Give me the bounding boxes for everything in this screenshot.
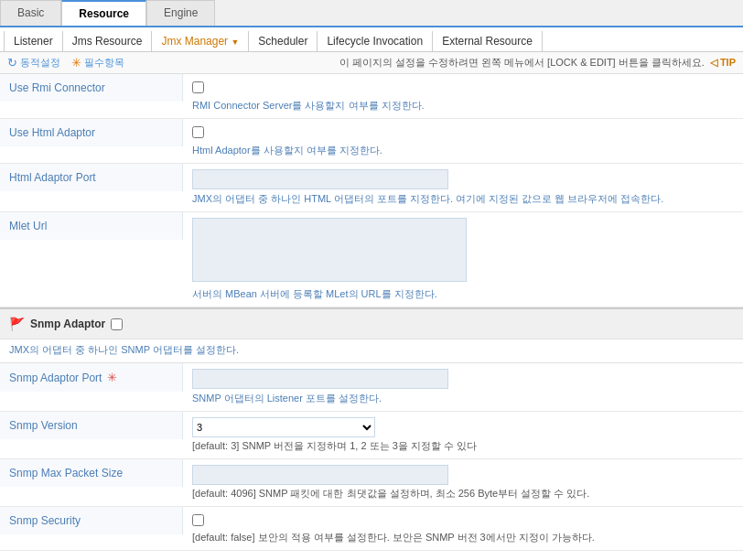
desc-snmp-version: [default: 3] SNMP 버전을 지정하며 1, 2 또는 3을 지정…: [192, 439, 734, 453]
desc-snmp-adaptor-port: SNMP 어댑터의 Listener 포트를 설정한다.: [192, 392, 734, 405]
label-use-html-adaptor: Use Html Adaptor: [0, 119, 183, 146]
label-mlet-url: Mlet Url: [0, 212, 183, 240]
checkbox-snmp-security[interactable]: [192, 514, 204, 526]
required-star-icon: ✳: [107, 371, 117, 384]
tab-resource[interactable]: Resource: [61, 0, 146, 26]
label-snmp-adaptor-port: Snmp Adaptor Port ✳: [0, 363, 183, 392]
desc-snmp-security: [default: false] 보안의 적용 여부를 설정한다. 보안은 SN…: [192, 531, 734, 544]
row-snmp-security: Snmp Security [default: false] 보안의 적용 여부…: [0, 507, 743, 551]
label-html-adaptor-port: Html Adaptor Port: [0, 164, 183, 191]
row-mlet-url: Mlet Url 서버의 MBean 서버에 등록할 MLet의 URL를 지정…: [0, 212, 743, 307]
subtab-lifecycle-invocation[interactable]: Lifecycle Invocation: [318, 31, 433, 51]
sub-tabs: Listener Jms Resource Jmx Manager ▼ Sche…: [0, 27, 743, 52]
subtab-jmx-manager[interactable]: Jmx Manager ▼: [152, 31, 249, 51]
value-snmp-max-packet-size: [default: 4096] SNMP 패킷에 대한 최댓값을 설정하며, 최…: [183, 459, 743, 506]
checkbox-use-html-adaptor[interactable]: [192, 126, 204, 138]
subtab-scheduler[interactable]: Scheduler: [249, 31, 318, 51]
dropdown-arrow-icon: ▼: [231, 38, 239, 47]
toolbar: ↻ 동적설정 ✳ 필수항목 이 페이지의 설정을 수정하려면 왼쪽 메뉴에서 […: [0, 52, 743, 74]
checkbox-use-rmi-connector[interactable]: [192, 81, 204, 93]
toolbar-left: ↻ 동적설정 ✳ 필수항목: [7, 56, 124, 70]
select-snmp-version[interactable]: 3 1 2: [192, 417, 375, 437]
label-snmp-version: Snmp Version: [0, 412, 183, 439]
row-snmp-adaptor-port: Snmp Adaptor Port ✳ SNMP 어댑터의 Listener 포…: [0, 363, 743, 412]
subtab-external-resource[interactable]: External Resource: [433, 31, 543, 51]
snmp-section-title: Snmp Adaptor: [30, 318, 105, 330]
snmp-form-content: Snmp Adaptor Port ✳ SNMP 어댑터의 Listener 포…: [0, 363, 743, 551]
row-use-html-adaptor: Use Html Adaptor Html Adaptor를 사용할지 여부를 …: [0, 119, 743, 164]
desc-use-rmi-connector: RMI Connector Server를 사용할지 여부를 지정한다.: [192, 99, 734, 113]
value-use-rmi-connector: RMI Connector Server를 사용할지 여부를 지정한다.: [183, 74, 743, 118]
row-snmp-max-packet-size: Snmp Max Packet Size [default: 4096] SNM…: [0, 459, 743, 507]
input-snmp-max-packet-size[interactable]: [192, 465, 448, 485]
value-snmp-adaptor-port: SNMP 어댑터의 Listener 포트를 설정한다.: [183, 363, 743, 411]
tab-engine[interactable]: Engine: [146, 0, 215, 26]
sync-icon: ↻: [7, 56, 17, 70]
subtab-listener[interactable]: Listener: [4, 31, 63, 51]
input-html-adaptor-port[interactable]: [192, 169, 448, 189]
value-html-adaptor-port: JMX의 어댑터 중 하나인 HTML 어댑터의 포트를 지정한다. 여기에 지…: [183, 164, 743, 211]
required-item: ✳ 필수항목: [71, 56, 124, 70]
snmp-section-desc: JMX의 어댑터 중 하나인 SNMP 어댑터를 설정한다.: [0, 339, 743, 363]
label-snmp-security: Snmp Security: [0, 507, 183, 534]
tab-basic[interactable]: Basic: [0, 0, 61, 26]
row-snmp-version: Snmp Version 3 1 2 [default: 3] SNMP 버전을…: [0, 412, 743, 459]
row-use-rmi-connector: Use Rmi Connector RMI Connector Server를 …: [0, 74, 743, 119]
required-icon: ✳: [71, 56, 81, 70]
desc-html-adaptor-port: JMX의 어댑터 중 하나인 HTML 어댑터의 포트를 지정한다. 여기에 지…: [192, 192, 734, 206]
label-snmp-max-packet-size: Snmp Max Packet Size: [0, 459, 183, 487]
textarea-mlet-url[interactable]: [192, 218, 467, 282]
desc-use-html-adaptor: Html Adaptor를 사용할지 여부를 지정한다.: [192, 144, 734, 157]
value-snmp-security: [default: false] 보안의 적용 여부를 설정한다. 보안은 SN…: [183, 507, 743, 550]
input-snmp-adaptor-port[interactable]: [192, 369, 448, 389]
value-mlet-url: 서버의 MBean 서버에 등록할 MLet의 URL를 지정한다.: [183, 212, 743, 307]
value-use-html-adaptor: Html Adaptor를 사용할지 여부를 지정한다.: [183, 119, 743, 163]
value-snmp-version: 3 1 2 [default: 3] SNMP 버전을 지정하며 1, 2 또는…: [183, 412, 743, 458]
snmp-section-header: 🚩 Snmp Adaptor: [0, 307, 743, 339]
checkbox-snmp-adaptor[interactable]: [111, 318, 123, 330]
dynamic-setting-item[interactable]: ↻ 동적설정: [7, 56, 60, 70]
row-html-adaptor-port: Html Adaptor Port JMX의 어댑터 중 하나인 HTML 어댑…: [0, 164, 743, 212]
desc-snmp-max-packet-size: [default: 4096] SNMP 패킷에 대한 최댓값을 설정하며, 최…: [192, 487, 734, 501]
toolbar-right: 이 페이지의 설정을 수정하려면 왼쪽 메뉴에서 [LOCK & EDIT] 버…: [339, 56, 736, 70]
form-content: Use Rmi Connector RMI Connector Server를 …: [0, 74, 743, 307]
flag-icon: 🚩: [9, 317, 25, 331]
desc-mlet-url: 서버의 MBean 서버에 등록할 MLet의 URL를 지정한다.: [192, 287, 734, 301]
label-use-rmi-connector: Use Rmi Connector: [0, 74, 183, 102]
subtab-jms-resource[interactable]: Jms Resource: [63, 31, 153, 51]
tip-label: ◁ TIP: [710, 57, 736, 69]
main-tabs: Basic Resource Engine: [0, 0, 743, 27]
